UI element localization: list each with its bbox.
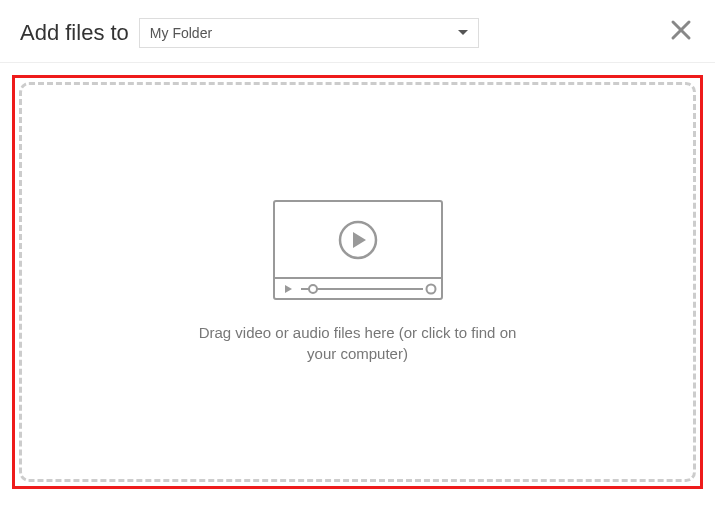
page-title: Add files to — [20, 20, 129, 46]
dropzone-instruction: Drag video or audio files here (or click… — [188, 322, 528, 364]
highlight-annotation: Drag video or audio files here (or click… — [12, 75, 703, 489]
chevron-down-icon — [458, 30, 468, 36]
file-dropzone[interactable]: Drag video or audio files here (or click… — [19, 82, 696, 482]
folder-select-dropdown[interactable]: My Folder — [139, 18, 479, 48]
close-icon — [670, 19, 692, 45]
dialog-header: Add files to My Folder — [0, 0, 715, 63]
svg-point-7 — [426, 285, 435, 294]
close-button[interactable] — [667, 18, 695, 46]
folder-select-value: My Folder — [150, 25, 212, 41]
media-player-icon — [273, 200, 443, 304]
content-area: Drag video or audio files here (or click… — [0, 63, 715, 501]
svg-rect-2 — [274, 201, 442, 299]
svg-point-6 — [309, 285, 317, 293]
